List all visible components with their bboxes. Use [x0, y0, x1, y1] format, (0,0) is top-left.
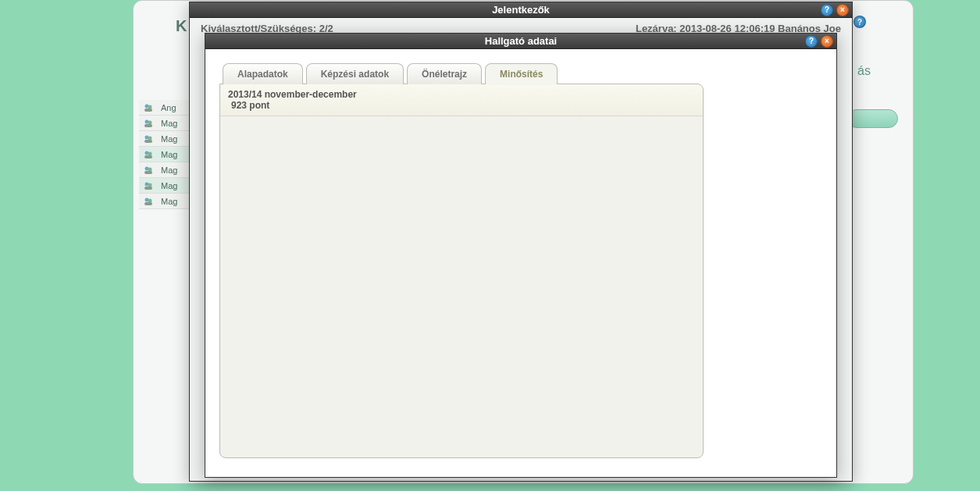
sidebar-item[interactable]: Ang	[139, 100, 194, 116]
sidebar-item[interactable]: Mag	[139, 147, 194, 162]
background-right-text: ás	[857, 64, 871, 78]
svg-rect-11	[144, 155, 152, 158]
sidebar-item-label: Mag	[161, 165, 177, 175]
sidebar-item[interactable]: Mag	[139, 178, 194, 194]
svg-point-4	[148, 120, 152, 124]
modal-applicants-title: Jelentkezők ? ×	[190, 2, 852, 18]
tab-training-data[interactable]: Képzési adatok	[306, 63, 404, 84]
sidebar-item[interactable]: Mag	[139, 162, 194, 178]
sidebar-item[interactable]: Mag	[139, 194, 194, 209]
sidebar-item-label: Mag	[161, 197, 177, 206]
background-button[interactable]	[847, 109, 898, 128]
sidebar-item-label: Mag	[161, 150, 177, 159]
background-header: K	[176, 17, 187, 35]
svg-rect-14	[144, 171, 152, 174]
svg-rect-5	[144, 124, 152, 127]
modal-student-data: Hallgató adatai ? × Alapadatok Képzési a…	[205, 33, 837, 478]
svg-point-7	[148, 136, 152, 140]
help-icon[interactable]: ?	[805, 35, 818, 48]
people-icon	[142, 117, 155, 130]
people-icon	[142, 148, 155, 161]
qualification-row: 2013/14 november-december 923 pont	[220, 84, 703, 116]
sidebar-item-label: Ang	[161, 103, 176, 112]
qualification-period: 2013/14 november-december	[228, 89, 695, 100]
tab-cv[interactable]: Önéletrajz	[407, 63, 482, 84]
tab-panel: 2013/14 november-december 923 pont	[219, 84, 704, 458]
svg-point-16	[148, 183, 152, 187]
close-icon[interactable]: ×	[836, 4, 849, 16]
people-icon	[142, 195, 155, 208]
close-icon[interactable]: ×	[821, 35, 833, 48]
tab-qualification[interactable]: Minősítés	[485, 63, 558, 84]
sidebar-item-label: Mag	[161, 181, 177, 190]
svg-point-19	[148, 198, 152, 202]
svg-rect-2	[144, 109, 152, 112]
tab-basic-data[interactable]: Alapadatok	[223, 63, 303, 84]
svg-point-10	[148, 151, 152, 155]
svg-point-13	[148, 167, 152, 171]
sidebar-item[interactable]: Mag	[139, 131, 194, 147]
people-icon	[142, 164, 155, 176]
svg-rect-8	[144, 140, 152, 143]
background-help-icon[interactable]: ?	[853, 16, 866, 28]
people-icon	[142, 101, 155, 114]
sidebar-item[interactable]: Mag	[139, 116, 194, 131]
people-icon	[142, 180, 155, 192]
sidebar-item-label: Mag	[161, 119, 177, 128]
svg-rect-17	[144, 187, 152, 190]
svg-rect-20	[144, 202, 152, 205]
svg-point-1	[148, 105, 152, 109]
help-icon[interactable]: ?	[821, 4, 833, 16]
people-icon	[142, 133, 155, 145]
sidebar: Ang Mag Mag Mag Mag Mag Mag	[139, 100, 194, 209]
modal-student-title: Hallgató adatai ? ×	[205, 34, 836, 49]
qualification-score: 923 pont	[228, 100, 695, 111]
sidebar-item-label: Mag	[161, 134, 177, 144]
tabs: Alapadatok Képzési adatok Önéletrajz Min…	[223, 63, 822, 84]
